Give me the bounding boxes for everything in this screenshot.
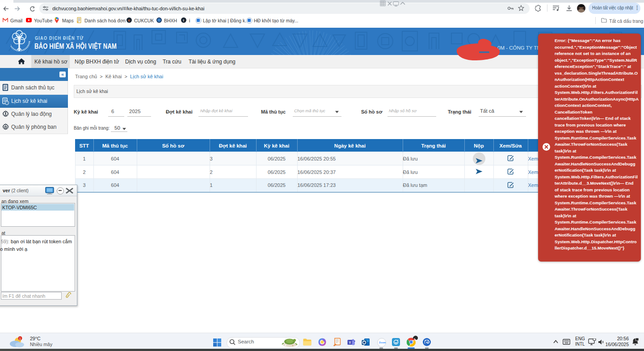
svg-text:1: 1	[19, 337, 21, 340]
svg-text:T: T	[349, 341, 351, 345]
